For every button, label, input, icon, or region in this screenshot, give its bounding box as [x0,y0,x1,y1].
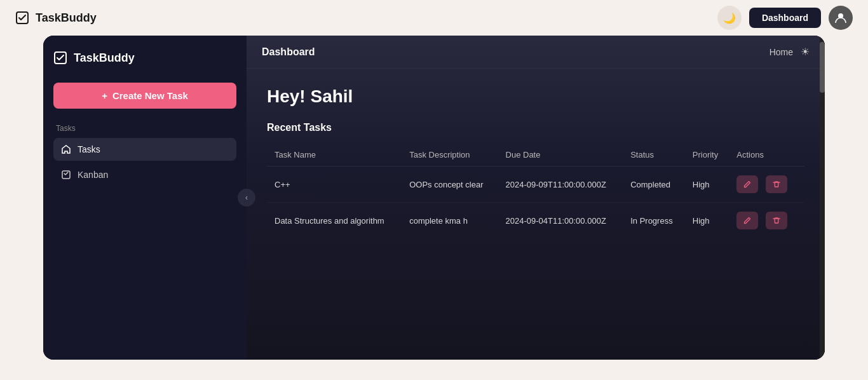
create-task-label: Create New Task [112,90,188,101]
col-due-date: Due Date [498,144,623,166]
cell-actions [729,203,804,239]
cell-priority: High [685,166,729,203]
tasks-table: Task Name Task Description Due Date Stat… [267,144,804,238]
cell-priority: High [685,203,729,239]
content-header-right: Home ☀ [770,46,810,58]
main-content: Dashboard Home ☀ Hey! Sahil Recent Tasks… [247,36,825,360]
scrollbar[interactable] [820,36,825,360]
sidebar-item-tasks[interactable]: Tasks [53,138,236,161]
top-navbar-brand: TaskBuddy [15,11,97,25]
greeting-text: Hey! Sahil [267,86,804,107]
col-priority: Priority [685,144,729,166]
top-logo-icon [15,11,29,25]
sidebar-logo-icon [53,51,67,65]
sidebar-header: TaskBuddy [53,48,236,67]
table-header-row: Task Name Task Description Due Date Stat… [267,144,804,166]
sidebar-app-name: TaskBuddy [74,51,135,65]
create-new-task-button[interactable]: + Create New Task [53,83,236,109]
collapse-icon: ‹ [245,193,248,202]
plus-icon: + [102,90,107,101]
col-actions: Actions [729,144,804,166]
table-row: C++ OOPs concept clear 2024-09-09T11:00:… [267,166,804,203]
top-navbar: TaskBuddy 🌙 Dashboard [0,0,868,36]
cell-status: In Progress [623,203,685,239]
sidebar: TaskBuddy + Create New Task Tasks Tasks … [43,36,247,360]
edit-icon [743,180,752,189]
avatar-icon [834,11,847,24]
dark-mode-toggle[interactable]: 🌙 [717,6,742,30]
home-icon [61,144,71,154]
delete-button[interactable] [766,212,787,229]
edit-button[interactable] [736,175,758,193]
cell-task-description: OOPs concept clear [402,166,498,203]
edit-icon [743,216,752,225]
cell-actions [729,166,804,203]
cell-due-date: 2024-09-04T11:00:00.000Z [498,203,623,239]
dashboard-button[interactable]: Dashboard [749,8,821,28]
app-container: TaskBuddy + Create New Task Tasks Tasks … [43,36,825,360]
top-app-name: TaskBuddy [36,11,97,25]
content-header-title: Dashboard [262,46,315,58]
col-task-description: Task Description [402,144,498,166]
user-avatar-button[interactable] [829,6,853,30]
delete-button[interactable] [766,175,787,193]
top-navbar-right: 🌙 Dashboard [717,6,853,30]
sidebar-collapse-button[interactable]: ‹ [238,189,255,207]
col-status: Status [623,144,685,166]
cell-due-date: 2024-09-09T11:00:00.000Z [498,166,623,203]
sun-icon[interactable]: ☀ [801,46,810,58]
col-task-name: Task Name [267,144,402,166]
kanban-icon [61,170,71,180]
cell-status: Completed [623,166,685,203]
content-header: Dashboard Home ☀ [247,36,825,69]
trash-icon [772,180,781,189]
trash-icon [772,216,781,225]
moon-icon: 🌙 [723,12,736,24]
scrollbar-thumb [820,42,825,93]
table-row: Data Structures and algorithm complete k… [267,203,804,239]
dashboard-body: Hey! Sahil Recent Tasks Task Name Task D… [247,69,825,360]
cell-task-description: complete kma h [402,203,498,239]
home-link[interactable]: Home [770,47,793,57]
recent-tasks-title: Recent Tasks [267,122,804,133]
sidebar-item-kanban[interactable]: Kanban [53,163,236,186]
sidebar-kanban-label: Kanban [78,170,108,180]
cell-task-name: Data Structures and algorithm [267,203,402,239]
tasks-section-label: Tasks [53,124,236,133]
edit-button[interactable] [736,212,758,229]
cell-task-name: C++ [267,166,402,203]
sidebar-tasks-label: Tasks [78,144,100,154]
